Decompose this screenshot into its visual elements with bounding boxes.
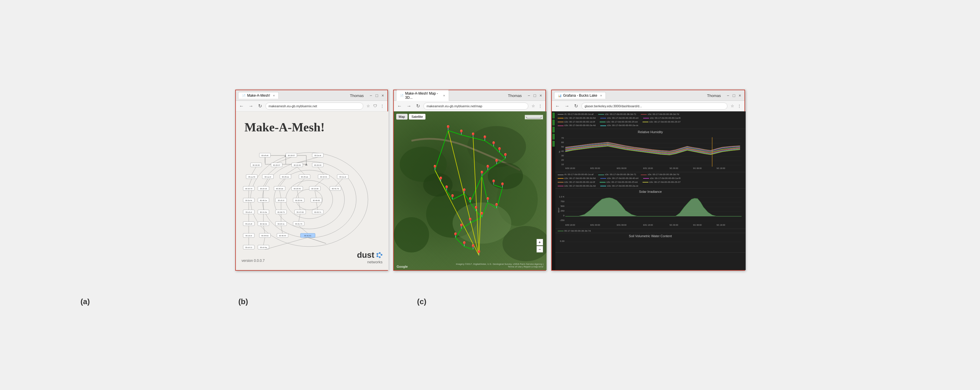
tab-b[interactable]: 📄 Make-A-Mesh! Map - 3D... × bbox=[396, 90, 449, 101]
tab-close-b[interactable]: × bbox=[443, 94, 445, 97]
svg-marker-220 bbox=[565, 198, 741, 216]
legend-mid-s3-7d: s3x: 00-17-0d-00-00-38-3d-7d bbox=[641, 173, 679, 177]
tab-icon-a: 📄 bbox=[242, 94, 245, 97]
toolbar-icons-b: ☆ ⋮ bbox=[531, 104, 543, 109]
legend-row-4: s3x: 00-17-0d-00-00-60-2a-4d s3x: 00-17-… bbox=[558, 124, 743, 128]
reload-btn-b[interactable]: ↻ bbox=[415, 102, 421, 109]
legend-label-s3-ce: s3x: 00-17-0d-00-00-60-2a-ce bbox=[607, 124, 638, 128]
back-btn-a[interactable]: ← bbox=[238, 103, 245, 109]
toolbar-icons-c: ☆ ⋮ bbox=[730, 104, 742, 109]
tab-close-c[interactable]: × bbox=[600, 94, 602, 97]
legend-mid-label-rh: rh: 00-17-0d-00-00-60-1e-af bbox=[565, 173, 593, 177]
back-btn-b[interactable]: ← bbox=[396, 103, 403, 109]
tab-a[interactable]: 📄 Make-A-Mesh! × bbox=[238, 92, 279, 99]
menu-icon-c[interactable]: ⋮ bbox=[737, 104, 742, 109]
grafana-main: rh: 00-17-0d-00-00-60-1e-af s3x: 00-17-0… bbox=[555, 111, 746, 270]
url-c: glaser.berkeley.edu:3000/dashboard/d... bbox=[585, 104, 642, 108]
svg-line-121 bbox=[263, 226, 265, 233]
svg-text:9/1 00:00: 9/1 00:00 bbox=[670, 224, 678, 226]
star-icon-c[interactable]: ☆ bbox=[730, 104, 735, 109]
legend-mid-label-e4: s3x: 00-17-0d-00-00-38-40-e4 bbox=[607, 177, 638, 181]
map-satellite: 📍 📍 📍 📍 📍 📍 📍 📍 📍 📍 📍 📍 📍 📍 📍 📍 📍 📍 📍 bbox=[394, 111, 547, 270]
satellite-view-btn[interactable]: Satellite bbox=[409, 114, 426, 120]
legend-color-s3-ee bbox=[600, 121, 606, 122]
forward-btn-c[interactable]: → bbox=[563, 103, 571, 109]
content-a: Make-A-Mesh! bbox=[236, 111, 388, 270]
minimize-a[interactable]: − bbox=[369, 93, 373, 98]
svg-text:55-04-63: 55-04-63 bbox=[261, 235, 269, 237]
titlebar-b: 📄 Make-A-Mesh! Map - 3D... × Thomas − □ … bbox=[394, 90, 546, 101]
window-controls-a: − □ × bbox=[369, 93, 385, 98]
svg-text:60-41-7b: 60-41-7b bbox=[332, 188, 339, 190]
close-c[interactable]: × bbox=[738, 93, 742, 98]
reload-btn-a[interactable]: ↻ bbox=[257, 102, 263, 109]
svg-text:30-40-60: 30-40-60 bbox=[312, 200, 320, 201]
maximize-b[interactable]: □ bbox=[533, 93, 537, 98]
maximize-c[interactable]: □ bbox=[732, 93, 736, 98]
forward-btn-b[interactable]: → bbox=[406, 103, 413, 109]
forward-btn-a[interactable]: → bbox=[248, 103, 255, 109]
address-bar-b[interactable]: makeamesh.eu-gb.mybluemix.net/map bbox=[423, 102, 528, 110]
address-bar-c[interactable]: glaser.berkeley.edu:3000/dashboard/d... bbox=[581, 102, 727, 110]
soil-svg: 0.30 bbox=[558, 238, 743, 250]
legend-color-s3-7d bbox=[641, 114, 647, 115]
svg-text:30-1b-4c: 30-1b-4c bbox=[245, 200, 252, 201]
minimize-b[interactable]: − bbox=[527, 93, 531, 98]
humidity-svg: 70 60 50 40 30 20 10 % bbox=[558, 134, 743, 169]
svg-text:30: 30 bbox=[561, 154, 564, 157]
maximize-a[interactable]: □ bbox=[375, 93, 379, 98]
close-b[interactable]: × bbox=[539, 93, 543, 98]
sidebar-bar-3 bbox=[552, 127, 555, 133]
legend-mid-row-4: s3x: 00-17-0d-00-00-60-2a-4d s3x: 00-17-… bbox=[558, 184, 743, 188]
svg-text:8/31 16:00: 8/31 16:00 bbox=[643, 224, 653, 226]
legend-mid-color-ce bbox=[600, 186, 606, 186]
legend-mid-row-3: s3x: 00-17-0d-00-00-60-1d-0f s3x: 00-17-… bbox=[558, 181, 743, 184]
back-btn-c[interactable]: ← bbox=[554, 103, 561, 109]
legend-label-s3-f0: s3x: 00-17-0d-00-00-60-1a-f0 bbox=[650, 117, 681, 120]
legend-mid-color-71 bbox=[598, 174, 604, 175]
legend-color-rh bbox=[558, 114, 563, 115]
svg-line-105 bbox=[336, 179, 343, 186]
minimize-c[interactable]: − bbox=[726, 93, 730, 98]
version-label: version 0.0.0.7 bbox=[242, 259, 265, 263]
menu-icon-b[interactable]: ⋮ bbox=[538, 104, 543, 109]
tab-c[interactable]: 📊 Grafana - Bucks Lake × bbox=[554, 92, 606, 99]
address-bar-a[interactable]: makeamesh.eu-gb.mybluemix.net bbox=[266, 102, 363, 110]
map-view-btn[interactable]: Map bbox=[396, 114, 407, 120]
legend-mid-label-7d: s3x: 00-17-0d-00-00-38-3d-7d bbox=[648, 173, 679, 177]
svg-line-126 bbox=[265, 238, 308, 249]
svg-text:55-c0-c8: 55-c0-c8 bbox=[245, 223, 252, 225]
legend-mid-color-7d bbox=[641, 174, 647, 175]
legend-label-s3-9d: s3x: 00-17-0d-00-00-38-3d-9d bbox=[565, 117, 596, 120]
reload-btn-c[interactable]: ↻ bbox=[573, 102, 579, 109]
legend-mid-color-37 bbox=[643, 182, 648, 182]
svg-text:55-01-61: 55-01-61 bbox=[304, 235, 311, 237]
legend-color-s3-37 bbox=[643, 121, 648, 122]
close-a[interactable]: × bbox=[380, 93, 385, 98]
tab-close-a[interactable]: × bbox=[273, 94, 275, 97]
legend-item-s3-ee: s3x: 00-17-0d-00-00-60-25-ee bbox=[600, 120, 638, 124]
legend-mid-row-1: rh: 00-17-0d-00-00-60-1e-af s3x: 00-17-0… bbox=[558, 173, 743, 177]
legend-mid-s3-e4: s3x: 00-17-0d-00-00-38-40-e4 bbox=[600, 177, 638, 181]
svg-line-96 bbox=[268, 167, 277, 174]
sidebar-bar-4 bbox=[552, 134, 555, 140]
map-copyright: Imagery ©2017, DigitalGlobe, U.S. Geolog… bbox=[455, 263, 544, 269]
star-icon-b[interactable]: ☆ bbox=[531, 104, 536, 109]
humidity-chart: Relative Humidity 70 60 50 40 30 20 10 % bbox=[555, 129, 746, 172]
svg-text:1.0 K: 1.0 K bbox=[559, 195, 565, 198]
legend-mid-label-ee: s3x: 00-17-0d-00-00-60-25-ee bbox=[606, 181, 638, 184]
map-zoom-in[interactable]: + bbox=[536, 239, 543, 245]
legend-mid-s3-71: s3x: 00-17-0d-00-00-38-3d-71 bbox=[598, 173, 636, 177]
map-scale bbox=[525, 115, 543, 119]
svg-text:8/30 16:00: 8/30 16:00 bbox=[565, 167, 575, 169]
legend-mid-row-2: s3x: 00-17-0d-00-00-38-3d-9d s3x: 00-17-… bbox=[558, 177, 743, 181]
dust-logo-icon bbox=[375, 252, 383, 259]
map-zoom-out[interactable]: − bbox=[536, 246, 543, 253]
legend-color-s3-4d bbox=[558, 126, 563, 126]
legend-mid-label-4d: s3x: 00-17-0d-00-00-60-2a-4d bbox=[565, 184, 596, 188]
svg-text:60-1e-af: 60-1e-af bbox=[314, 155, 321, 157]
star-icon-a[interactable]: ☆ bbox=[366, 104, 371, 109]
svg-text:30-10-46: 30-10-46 bbox=[293, 164, 301, 166]
menu-icon-a[interactable]: ⋮ bbox=[380, 104, 385, 109]
legend-item-s3-f0: s3x: 00-17-0d-00-00-60-1a-f0 bbox=[643, 117, 681, 120]
